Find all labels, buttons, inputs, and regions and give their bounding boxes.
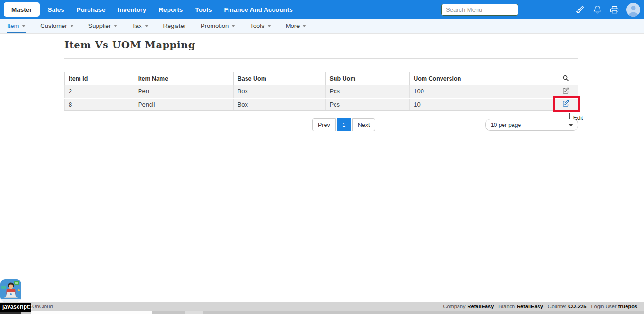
cell-item-name: Pencil [134,98,233,111]
subnav-item-label: Register [163,22,186,29]
per-page-value: 10 per page [491,122,521,128]
taskbar-segment [185,311,203,314]
cell-base-uom: Box [233,98,326,111]
col-header-sub-uom: Sub Uom [326,72,410,85]
sub-navbar: Item Customer Supplier Tax Register Prom… [0,19,644,34]
table-header-row: Item Id Item Name Base Uom Sub Uom Uom C… [65,72,578,85]
chevron-down-icon [231,25,235,27]
cell-item-id: 2 [65,85,134,98]
chevron-down-icon [22,25,26,27]
branch-info: Branch RetailEasy [498,304,543,309]
next-page-button[interactable]: Next [352,118,376,131]
chevron-down-icon [70,25,74,27]
subnav-item-label: Customer [40,22,67,29]
subnav-item-register[interactable]: Register [163,19,186,33]
nav-tab-sales[interactable]: Sales [42,0,71,19]
chevron-down-icon [145,25,149,27]
edit-row-button[interactable] [562,87,569,95]
nav-tab-reports[interactable]: Reports [152,0,189,19]
nav-tab-tools[interactable]: Tools [189,0,218,19]
branch-label: Branch [498,304,515,309]
paintbrush-icon[interactable] [575,5,585,14]
app-screen: Master Sales Purchase Inventory Reports … [0,0,644,314]
top-navbar: Master Sales Purchase Inventory Reports … [0,0,644,19]
subnav-item-item[interactable]: Item [7,19,26,33]
taskbar-segment [31,311,152,314]
subnav-item-label: Promotion [201,22,229,29]
nav-tab-purchase[interactable]: Purchase [71,0,112,19]
page-title: Item Vs UOM Mapping [64,39,195,51]
col-header-base-uom: Base Uom [233,72,326,85]
status-bar: OnCloud Company RetailEasy Branch Retail… [0,302,644,311]
subnav-item-label: Tax [132,22,141,29]
counter-info: Counter CO-225 [548,304,587,309]
bell-icon[interactable] [592,5,602,14]
cell-uom-conversion: 10 [410,98,553,111]
counter-label: Counter [548,304,566,309]
taskbar-sliver [0,311,644,314]
user-avatar[interactable] [626,3,640,17]
cell-item-id: 8 [65,98,134,111]
subnav-item-label: More [286,22,300,29]
printer-icon[interactable] [609,5,619,14]
edit-row-button-highlighted[interactable] [562,100,569,108]
company-label: Company [443,304,466,309]
cell-base-uom: Box [233,85,326,98]
edit-icon [562,100,569,107]
login-user-info: Login User truepos [591,304,637,309]
col-header-item-name: Item Name [134,72,233,85]
subnav-item-promotion[interactable]: Promotion [201,19,235,33]
link-status-tooltip: javascript:; [0,303,31,312]
cell-sub-uom: Pcs [326,85,410,98]
chevron-down-icon [267,25,271,27]
subnav-item-more[interactable]: More [286,19,307,33]
subnav-item-label: Supplier [88,22,111,29]
branch-value: RetailEasy [517,304,543,309]
support-chat-image[interactable] [0,279,21,302]
topnav-right-group [441,0,640,19]
subnav-item-tax[interactable]: Tax [132,19,148,33]
cell-uom-conversion: 100 [410,85,553,98]
search-icon [562,74,569,81]
col-header-item-id: Item Id [65,72,134,85]
nav-tab-finance-and-accounts[interactable]: Finance And Accounts [218,0,299,19]
table-row: 2 Pen Box Pcs 100 [65,85,578,98]
company-info: Company RetailEasy [443,304,494,309]
per-page-select[interactable]: 10 per page [485,119,578,131]
session-info: Company RetailEasy Branch RetailEasy Cou… [443,304,637,309]
login-user-label: Login User [591,304,616,309]
oncloud-brand: OnCloud [32,304,53,309]
prev-page-button[interactable]: Prev [312,118,336,131]
chevron-down-icon [114,25,117,27]
pagination: Prev 1 Next [312,118,375,131]
subnav-item-label: Tools [250,22,264,29]
col-header-search[interactable] [553,72,578,85]
edit-icon [562,87,569,94]
login-user-value: truepos [618,304,637,309]
search-menu-input[interactable] [441,4,518,16]
title-divider [64,58,578,59]
col-header-uom-conversion: Uom Conversion [410,72,553,85]
chevron-down-icon [568,124,573,126]
cell-item-name: Pen [134,85,233,98]
page-number-button[interactable]: 1 [337,118,351,131]
nav-tab-master[interactable]: Master [4,2,40,17]
subnav-item-label: Item [7,22,19,29]
nav-tab-inventory[interactable]: Inventory [112,0,153,19]
subnav-item-tools[interactable]: Tools [250,19,271,33]
counter-value: CO-225 [568,304,587,309]
uom-mapping-table: Item Id Item Name Base Uom Sub Uom Uom C… [64,72,578,111]
cell-sub-uom: Pcs [326,98,410,111]
subnav-item-customer[interactable]: Customer [40,19,73,33]
chevron-down-icon [302,25,306,27]
table-row: 8 Pencil Box Pcs 10 [65,98,578,111]
company-value: RetailEasy [468,304,494,309]
subnav-item-supplier[interactable]: Supplier [88,19,118,33]
